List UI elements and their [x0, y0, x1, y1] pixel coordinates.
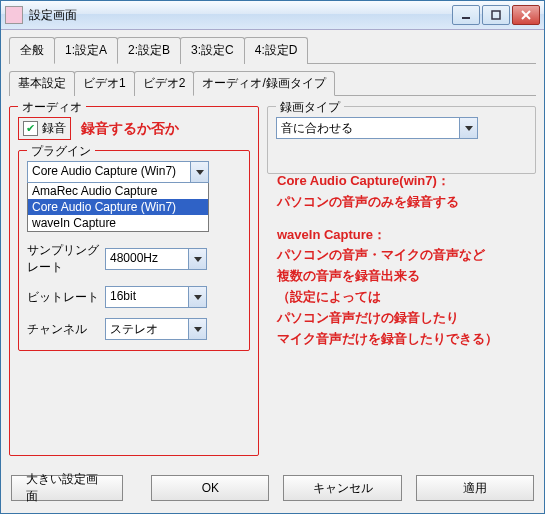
- large-settings-button[interactable]: 大きい設定画面: [11, 475, 123, 501]
- maximize-button[interactable]: [482, 5, 510, 25]
- note-line: マイク音声だけを録音したりできる）: [277, 329, 533, 350]
- subtab-audio-rectype[interactable]: オーディオ/録画タイプ: [193, 71, 334, 96]
- window-title: 設定画面: [29, 7, 450, 24]
- plugin-list: AmaRec Audio Capture Core Audio Capture …: [27, 183, 209, 232]
- titlebar: 設定画面: [1, 1, 544, 30]
- plugin-value: Core Audio Capture (Win7): [28, 162, 190, 182]
- tab-general[interactable]: 全般: [9, 37, 55, 64]
- main-tabs: 全般 1:設定A 2:設定B 3:設定C 4:設定D: [9, 36, 536, 64]
- cancel-button[interactable]: キャンセル: [283, 475, 401, 501]
- settings-window: 設定画面 全般 1:設定A 2:設定B 3:設定C 4:設定D 基本設定 ビデオ…: [0, 0, 545, 514]
- channel-label: チャンネル: [27, 321, 99, 338]
- sub-tabs: 基本設定 ビデオ1 ビデオ2 オーディオ/録画タイプ: [9, 70, 536, 96]
- channel-value: ステレオ: [106, 319, 188, 339]
- subtab-video2[interactable]: ビデオ2: [134, 71, 195, 96]
- svg-rect-1: [492, 11, 500, 19]
- bit-rate-label: ビットレート: [27, 289, 99, 306]
- rectype-legend: 録画タイプ: [276, 99, 344, 116]
- plugin-legend: プラグイン: [27, 143, 95, 160]
- note-line: Core Audio Capture(win7)：: [277, 171, 533, 192]
- audio-fieldset: オーディオ ✔ 録音 録音するか否か プラグイン Core Audio Capt…: [9, 106, 259, 456]
- list-item[interactable]: Core Audio Capture (Win7): [28, 199, 208, 215]
- channel-combo[interactable]: ステレオ: [105, 318, 207, 340]
- app-icon: [5, 6, 23, 24]
- note-line: パソコンの音声・マイクの音声など: [277, 245, 533, 266]
- chevron-down-icon: [190, 162, 208, 182]
- chevron-down-icon: [188, 319, 206, 339]
- list-item[interactable]: AmaRec Audio Capture: [28, 183, 208, 199]
- tab-setting-a[interactable]: 1:設定A: [54, 37, 118, 64]
- note-line: 複数の音声を録音出来る: [277, 266, 533, 287]
- dialog-footer: 大きい設定画面 OK キャンセル 適用: [11, 475, 534, 501]
- check-icon: ✔: [23, 121, 38, 136]
- rectype-combo[interactable]: 音に合わせる: [276, 117, 478, 139]
- minimize-button[interactable]: [452, 5, 480, 25]
- sample-rate-label: サンプリングレート: [27, 242, 99, 276]
- tab-setting-c[interactable]: 3:設定C: [180, 37, 245, 64]
- note-line: waveIn Capture：: [277, 225, 533, 246]
- tab-setting-d[interactable]: 4:設定D: [244, 37, 309, 64]
- plugin-fieldset: プラグイン Core Audio Capture (Win7) AmaRec A…: [18, 150, 250, 351]
- record-label: 録音: [42, 120, 66, 137]
- audio-legend: オーディオ: [18, 99, 86, 116]
- sample-rate-combo[interactable]: 48000Hz: [105, 248, 207, 270]
- chevron-down-icon: [188, 249, 206, 269]
- list-item[interactable]: waveIn Capture: [28, 215, 208, 231]
- note-line: パソコン音声だけの録音したり: [277, 308, 533, 329]
- bit-rate-combo[interactable]: 16bit: [105, 286, 207, 308]
- chevron-down-icon: [188, 287, 206, 307]
- ok-button[interactable]: OK: [151, 475, 269, 501]
- rectype-value: 音に合わせる: [277, 118, 459, 138]
- sample-rate-value: 48000Hz: [106, 249, 188, 269]
- plugin-combo[interactable]: Core Audio Capture (Win7): [27, 161, 209, 183]
- dialog-body: 全般 1:設定A 2:設定B 3:設定C 4:設定D 基本設定 ビデオ1 ビデオ…: [1, 30, 544, 464]
- note-line: パソコンの音声のみを録音する: [277, 192, 533, 213]
- note-record: 録音するか否か: [81, 120, 179, 138]
- apply-button[interactable]: 適用: [416, 475, 534, 501]
- subtab-video1[interactable]: ビデオ1: [74, 71, 135, 96]
- close-button[interactable]: [512, 5, 540, 25]
- subtab-basic[interactable]: 基本設定: [9, 71, 75, 96]
- rectype-fieldset: 録画タイプ 音に合わせる: [267, 106, 536, 174]
- tab-setting-b[interactable]: 2:設定B: [117, 37, 181, 64]
- record-checkbox[interactable]: ✔ 録音: [18, 117, 71, 140]
- bit-rate-value: 16bit: [106, 287, 188, 307]
- annotation-text: Core Audio Capture(win7)： パソコンの音声のみを録音する…: [277, 171, 533, 349]
- chevron-down-icon: [459, 118, 477, 138]
- note-line: （設定によっては: [277, 287, 533, 308]
